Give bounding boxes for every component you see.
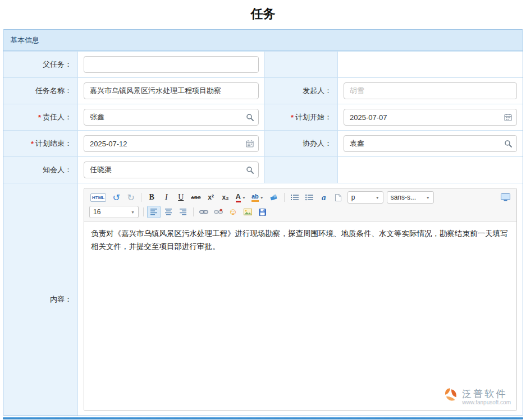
content-label: 内容：: [3, 183, 77, 416]
empty-label-cell: [264, 52, 337, 77]
content-label-text: 内容：: [50, 294, 72, 304]
font-family-dropdown[interactable]: sans-s...▼: [387, 191, 434, 204]
italic-button[interactable]: I: [159, 191, 173, 204]
undo-icon[interactable]: ↺: [109, 191, 123, 204]
fanpu-logo-icon: [443, 387, 459, 407]
empty-field-cell: [337, 52, 523, 77]
underline-button[interactable]: U: [174, 191, 187, 204]
task-name-input-wrap: [84, 82, 259, 99]
parent-task-label-text: 父任务：: [43, 59, 72, 70]
document-icon[interactable]: [332, 191, 345, 204]
bold-button[interactable]: B: [145, 191, 158, 204]
unordered-list-icon[interactable]: [303, 191, 316, 204]
editor-toolbar: HTML ↺ ↻ B I U ABC x² x₂ A▼ ab▼: [84, 188, 516, 222]
vendor-url: www.fanpusoft.com: [462, 399, 511, 406]
highlight-glyph: ab: [251, 193, 259, 202]
search-icon[interactable]: [246, 166, 254, 174]
section-header: 基本信息: [3, 30, 523, 51]
parent-task-label: 父任务：: [3, 52, 77, 77]
assistant-label: 协办人：: [264, 131, 337, 156]
strikethrough-button[interactable]: ABC: [189, 191, 203, 204]
search-icon[interactable]: [504, 140, 512, 147]
search-icon[interactable]: [246, 113, 254, 121]
owner-input-wrap: [84, 109, 259, 126]
plan-end-input-wrap: [84, 135, 259, 152]
editor-content-text: 负责对《嘉兴市乌镇风景区污水处理工程》进行现场勘察，探查周围环境、地质条件、水文…: [91, 229, 508, 251]
form-row-notify: 知会人：: [3, 156, 523, 183]
task-name-input[interactable]: [84, 82, 259, 99]
form-row-task-name: 任务名称： 发起人：: [3, 77, 523, 104]
notify-field: [77, 157, 264, 183]
task-name-field: [77, 78, 264, 104]
plan-start-input[interactable]: [344, 109, 517, 126]
emoticon-icon[interactable]: ☺: [226, 206, 240, 218]
initiator-field: [337, 78, 523, 104]
unlink-icon[interactable]: [212, 206, 225, 218]
font-size-dropdown[interactable]: 16▼: [89, 206, 139, 218]
parent-task-input[interactable]: [84, 56, 259, 73]
font-color-button[interactable]: A▼: [234, 191, 248, 204]
insert-link-icon[interactable]: [197, 206, 211, 218]
vendor-brand: 泛普软件: [462, 389, 511, 400]
plan-start-label-text: 计划开始：: [295, 112, 332, 122]
font-size-value: 16: [93, 208, 100, 216]
empty-label-cell: [264, 157, 337, 183]
chevron-down-icon: ▼: [131, 210, 135, 214]
align-center-icon[interactable]: [162, 206, 175, 218]
anchor-button[interactable]: a: [317, 191, 331, 204]
initiator-label: 发起人：: [264, 78, 337, 104]
plan-end-label-text: 计划结束：: [35, 139, 72, 149]
owner-label: * 责任人：: [3, 104, 77, 130]
notify-label: 知会人：: [3, 157, 77, 183]
ordered-list-icon[interactable]: [288, 191, 301, 204]
html-source-label: HTML: [90, 193, 106, 202]
toolbar-row-2: 16▼: [88, 205, 513, 219]
calendar-icon[interactable]: [246, 140, 254, 147]
font-family-value: sans-s...: [391, 193, 416, 201]
chevron-down-icon: ▼: [376, 196, 379, 200]
plan-end-label: * 计划结束：: [3, 131, 77, 156]
initiator-input[interactable]: [344, 82, 517, 99]
form-row-owner: * 责任人： * 计划开始：: [3, 104, 523, 130]
parent-task-input-wrap: [84, 56, 259, 73]
font-color-glyph: A: [236, 193, 241, 202]
insert-image-icon[interactable]: [241, 206, 254, 218]
assistant-input[interactable]: [344, 135, 517, 152]
notify-input[interactable]: [84, 161, 259, 178]
calendar-icon[interactable]: [504, 113, 512, 121]
fullscreen-icon[interactable]: [498, 191, 513, 204]
redo-icon[interactable]: ↻: [124, 191, 138, 204]
toolbar-separator: [284, 193, 285, 202]
highlight-color-button[interactable]: ab▼: [249, 191, 266, 204]
save-icon[interactable]: [255, 206, 269, 218]
assistant-input-wrap: [344, 135, 517, 152]
form-row-parent-task: 父任务：: [3, 51, 523, 77]
parent-task-field: [77, 52, 264, 77]
notify-input-wrap: [84, 161, 259, 178]
task-name-label-text: 任务名称：: [35, 86, 72, 96]
vendor-watermark: 泛普软件 www.fanpusoft.com: [443, 387, 511, 407]
form-row-plan-end: * 计划结束： 协办人：: [3, 130, 523, 156]
toolbar-row-1: HTML ↺ ↻ B I U ABC x² x₂ A▼ ab▼: [88, 190, 513, 205]
plan-start-field: [337, 104, 523, 130]
plan-start-label: * 计划开始：: [264, 104, 337, 130]
align-right-icon[interactable]: [176, 206, 190, 218]
html-source-button[interactable]: HTML: [88, 191, 108, 204]
required-asterisk: *: [291, 113, 294, 122]
owner-input[interactable]: [84, 109, 259, 126]
subscript-button[interactable]: x₂: [219, 191, 232, 204]
editor-content-area[interactable]: 负责对《嘉兴市乌镇风景区污水处理工程》进行现场勘察，探查周围环境、地质条件、水文…: [84, 222, 516, 410]
toolbar-separator: [193, 207, 194, 216]
plan-end-input[interactable]: [84, 135, 259, 152]
rich-text-editor: HTML ↺ ↻ B I U ABC x² x₂ A▼ ab▼: [84, 188, 517, 411]
basic-info-table: 基本信息 父任务： 任务名称： 发起人：: [3, 29, 523, 416]
eraser-icon[interactable]: [267, 191, 281, 204]
align-left-icon[interactable]: [147, 206, 161, 218]
task-name-label: 任务名称：: [3, 78, 77, 104]
assistant-field: [337, 131, 523, 156]
paragraph-format-dropdown[interactable]: p▼: [347, 191, 383, 204]
superscript-button[interactable]: x²: [204, 191, 218, 204]
paragraph-format-value: p: [351, 193, 355, 201]
plan-end-field: [77, 131, 264, 156]
chevron-down-icon: ▼: [260, 196, 264, 200]
